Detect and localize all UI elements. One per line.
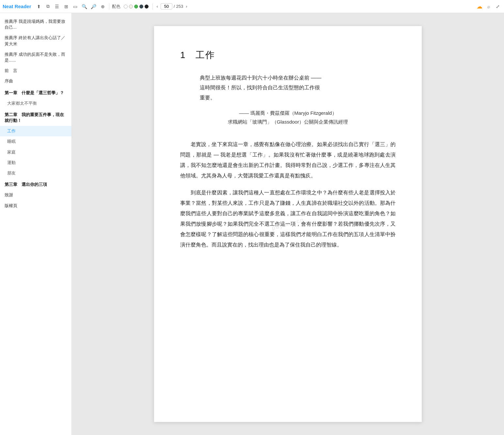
page-navigation: ‹ 50 / 253 › bbox=[155, 3, 189, 9]
paragraph-2: 到底是什麼因素，讓我們這種人一直想處在工作環境之中？為什麼有些人老是選擇投入於事… bbox=[180, 188, 396, 250]
paragraph-1: 老實說，坐下來寫這一章，感覺有點像在做心理治療。如果必須找出自己實行「選三」的問… bbox=[180, 139, 396, 181]
menu-icon[interactable]: ☰ bbox=[54, 3, 61, 10]
color-black[interactable] bbox=[145, 5, 149, 8]
color-label: 配色 bbox=[112, 4, 120, 9]
grid-icon[interactable]: ⊞ bbox=[63, 3, 70, 10]
sidebar-item-ch1[interactable]: 第一章 什麼是「選三哲學」？ bbox=[0, 87, 71, 98]
separator2 bbox=[152, 3, 153, 10]
quote-line-1: 典型上班族每週花四十到六十小時坐在辦公桌前 —— bbox=[200, 75, 321, 81]
sidebar-item-friends[interactable]: 朋友 bbox=[0, 168, 71, 178]
sidebar-item-exercise[interactable]: 運動 bbox=[0, 158, 71, 168]
quote-text: 典型上班族每週花四十到六十小時坐在辦公桌前 —— 這時間很長！所以，找到符合自己… bbox=[200, 73, 376, 103]
sidebar-item-work[interactable]: 工作 bbox=[0, 126, 71, 136]
page-number-input[interactable]: 50 bbox=[161, 3, 172, 9]
fullscreen-icon[interactable]: ⤢ bbox=[494, 3, 501, 10]
page-separator: / bbox=[174, 4, 175, 9]
chapter-heading: 1 工作 bbox=[180, 49, 396, 61]
sidebar-item-rec2[interactable]: 推薦序 終於有人講出良心話了／黃大米 bbox=[0, 33, 71, 49]
toolbar-right: ☁ ⌕ ⤢ bbox=[476, 3, 501, 10]
main-layout: 推薦序 我是蹺場媽媽，我需要放自己...推薦序 終於有人講出良心話了／黃大米推薦… bbox=[0, 13, 504, 435]
sidebar-item-sleep[interactable]: 睡眠 bbox=[0, 136, 71, 147]
sidebar-item-ch2[interactable]: 第二章 我的重要五件事，現在就行動！ bbox=[0, 109, 71, 126]
color-light[interactable] bbox=[129, 5, 133, 8]
prev-page-button[interactable]: ‹ bbox=[155, 3, 159, 9]
page: payona.cn 1 工作 典型上班族每週花四十到六十小時坐在辦公桌前 —— … bbox=[154, 26, 422, 422]
color-green[interactable] bbox=[134, 5, 138, 8]
page-icon[interactable]: ▭ bbox=[72, 3, 79, 10]
bookmark-icon[interactable]: ⊕ bbox=[99, 3, 106, 10]
quote-source: —— 瑪麗喬・費茲傑羅（Maryjo Fitzgerald） 求職網站「玻璃門」… bbox=[200, 109, 376, 126]
color-palette bbox=[124, 5, 149, 8]
quote-line-3: 重要。 bbox=[200, 95, 215, 100]
quote-source-line1: —— 瑪麗喬・費茲傑羅（Maryjo Fitzgerald） bbox=[200, 109, 376, 117]
page-total: 253 bbox=[176, 4, 183, 9]
sidebar-item-rec3[interactable]: 推薦序 成功的反面不是失敗，而是...... bbox=[0, 49, 71, 66]
next-page-button[interactable]: › bbox=[184, 3, 188, 9]
content-area: payona.cn 1 工作 典型上班族每週花四十到六十小時坐在辦公桌前 —— … bbox=[72, 13, 504, 435]
sidebar-item-prelude[interactable]: 序曲 bbox=[0, 76, 71, 86]
search2-icon[interactable]: ⌕ bbox=[485, 3, 492, 10]
sidebar-item-ch3[interactable]: 第三章 選出你的三項 bbox=[0, 178, 71, 190]
quote-line-2: 這時間很長！所以，找到符合自己生活型態的工作很 bbox=[200, 85, 320, 90]
copy-icon[interactable]: ⧉ bbox=[44, 3, 52, 10]
color-white[interactable] bbox=[124, 5, 128, 8]
quote-block: 典型上班族每週花四十到六十小時坐在辦公桌前 —— 這時間很長！所以，找到符合自己… bbox=[180, 73, 396, 126]
upload-icon[interactable]: ⬆ bbox=[35, 3, 42, 10]
sidebar-item-family[interactable]: 家庭 bbox=[0, 147, 71, 158]
sidebar-item-copyright[interactable]: 版權頁 bbox=[0, 201, 71, 211]
app-title: Neat Reader bbox=[3, 4, 31, 9]
sidebar-item-rec1[interactable]: 推薦序 我是蹺場媽媽，我需要放自己... bbox=[0, 16, 71, 33]
sidebar-item-ch1sub1[interactable]: 大家都太不平衡 bbox=[0, 98, 71, 109]
zoom-icon[interactable]: 🔎 bbox=[90, 3, 97, 10]
quote-source-line2: 求職網站「玻璃門」（Glassdoor）公關與企業傳訊經理 bbox=[200, 117, 376, 126]
chapter-number: 1 bbox=[180, 50, 186, 60]
sidebar-item-preface1[interactable]: 前 言 bbox=[0, 66, 71, 76]
toolbar: Neat Reader ⬆ ⧉ ☰ ⊞ ▭ 🔍 🔎 ⊕ 配色 ‹ 50 / 25… bbox=[0, 0, 504, 13]
cloud-icon[interactable]: ☁ bbox=[476, 3, 483, 10]
chapter-title: 工作 bbox=[196, 50, 215, 60]
color-dark[interactable] bbox=[139, 5, 143, 8]
search-icon[interactable]: 🔍 bbox=[81, 3, 88, 10]
sidebar: 推薦序 我是蹺場媽媽，我需要放自己...推薦序 終於有人講出良心話了／黃大米推薦… bbox=[0, 13, 72, 435]
sidebar-item-thanks[interactable]: 致謝 bbox=[0, 190, 71, 200]
separator bbox=[109, 3, 109, 10]
